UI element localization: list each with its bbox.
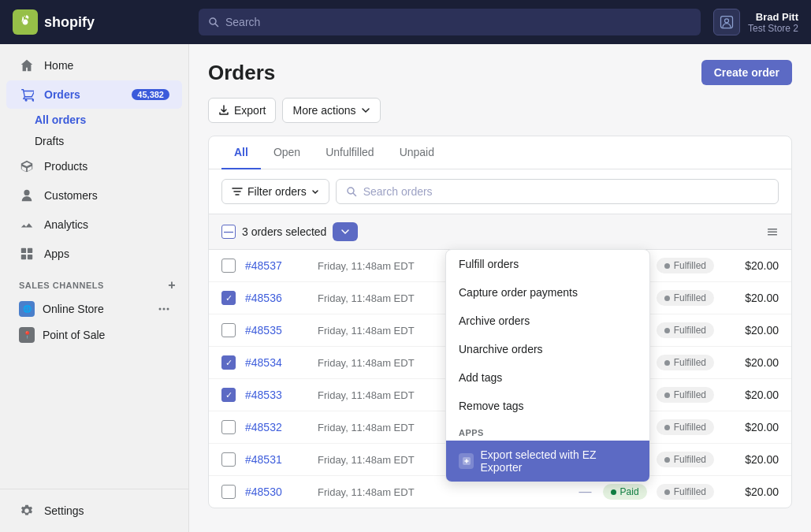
tab-open[interactable]: Open bbox=[261, 136, 313, 169]
sidebar-item-settings[interactable]: Settings bbox=[6, 497, 182, 525]
payment-badge: Paid bbox=[603, 484, 647, 500]
fulfillment-badge: Fulfilled bbox=[657, 419, 714, 435]
fulfillment-badge: Fulfilled bbox=[657, 322, 714, 338]
search-orders-icon bbox=[346, 186, 357, 197]
fulfillment-badge: Fulfilled bbox=[657, 484, 714, 500]
svg-rect-10 bbox=[768, 229, 777, 230]
filter-icon bbox=[232, 186, 243, 197]
filter-orders-button[interactable]: Filter orders bbox=[221, 179, 329, 204]
orders-toolbar: Filter orders bbox=[209, 169, 791, 214]
orders-icon bbox=[19, 87, 35, 102]
order-id[interactable]: #48534 bbox=[245, 356, 308, 369]
sidebar-item-orders[interactable]: Orders 45,382 bbox=[6, 80, 182, 109]
selection-dropdown-icon bbox=[340, 227, 350, 236]
selection-actions-button[interactable] bbox=[333, 222, 358, 241]
logo-text: shopify bbox=[44, 14, 95, 31]
search-orders[interactable] bbox=[336, 179, 779, 204]
dropdown-unarchive-orders[interactable]: Unarchive orders bbox=[446, 335, 649, 363]
sidebar-sub-drafts[interactable]: Drafts bbox=[35, 131, 188, 151]
order-checkbox[interactable] bbox=[221, 388, 236, 402]
fulfillment-badge: Fulfilled bbox=[657, 387, 714, 403]
online-store-action-icon[interactable] bbox=[158, 303, 169, 314]
order-id[interactable]: #48532 bbox=[245, 421, 308, 433]
more-actions-button[interactable]: More actions bbox=[282, 98, 380, 123]
fulfillment-badge: Fulfilled bbox=[657, 258, 714, 273]
order-amount: $20.00 bbox=[724, 324, 779, 337]
dropdown-fulfill-orders[interactable]: Fulfill orders bbox=[446, 250, 649, 278]
order-checkbox[interactable] bbox=[221, 420, 236, 434]
orders-badge: 45,382 bbox=[132, 89, 169, 100]
sidebar-item-apps[interactable]: Apps bbox=[6, 240, 182, 268]
sidebar-item-customers[interactable]: Customers bbox=[6, 181, 182, 210]
topbar: shopify Brad Pitt Test Store 2 bbox=[0, 0, 811, 44]
dropdown-add-tags[interactable]: Add tags bbox=[446, 363, 649, 392]
order-checkbox[interactable] bbox=[221, 355, 236, 370]
svg-rect-12 bbox=[768, 234, 777, 236]
home-icon bbox=[19, 58, 35, 73]
order-id[interactable]: #48536 bbox=[245, 292, 308, 304]
orders-tabs: All Open Unfulfilled Unpaid bbox=[209, 136, 791, 169]
dropdown-capture-payments[interactable]: Capture order payments bbox=[446, 278, 649, 307]
fulfilled-dot bbox=[664, 425, 670, 430]
analytics-icon bbox=[19, 217, 35, 233]
order-amount: $20.00 bbox=[724, 356, 779, 369]
avatar bbox=[713, 9, 740, 35]
orders-card: All Open Unfulfilled Unpaid Filter order… bbox=[208, 136, 792, 508]
sidebar-sub-all-orders[interactable]: All orders bbox=[35, 110, 188, 130]
page-title: Orders bbox=[208, 61, 275, 85]
export-icon bbox=[218, 105, 229, 116]
sidebar-item-analytics[interactable]: Analytics bbox=[6, 210, 182, 239]
dropdown-remove-tags[interactable]: Remove tags bbox=[446, 392, 649, 420]
select-all-checkbox[interactable] bbox=[221, 225, 236, 239]
settings-icon bbox=[19, 503, 35, 519]
order-amount: $20.00 bbox=[724, 389, 779, 401]
order-id[interactable]: #48535 bbox=[245, 324, 308, 337]
logo[interactable]: shopify bbox=[13, 9, 186, 35]
order-checkbox[interactable] bbox=[221, 452, 236, 467]
order-id[interactable]: #48537 bbox=[245, 259, 308, 272]
columns-icon[interactable] bbox=[766, 225, 779, 238]
create-order-button[interactable]: Create order bbox=[701, 60, 792, 85]
online-store-label: Online Store bbox=[43, 303, 104, 315]
order-checkbox[interactable] bbox=[221, 259, 236, 273]
tab-unpaid[interactable]: Unpaid bbox=[387, 136, 447, 169]
export-button[interactable]: Export bbox=[208, 98, 276, 123]
search-orders-input[interactable] bbox=[363, 185, 768, 198]
order-id[interactable]: #48531 bbox=[245, 453, 308, 466]
fulfilled-dot bbox=[664, 457, 670, 463]
user-name: Brad Pitt bbox=[748, 11, 798, 23]
user-menu[interactable]: Brad Pitt Test Store 2 bbox=[713, 9, 798, 35]
global-search[interactable] bbox=[199, 9, 701, 35]
order-checkbox[interactable] bbox=[221, 485, 236, 499]
sidebar-nav: Home Orders 45,382 All orders Drafts bbox=[0, 44, 188, 489]
pos-label: Point of Sale bbox=[43, 329, 105, 341]
search-icon bbox=[208, 17, 219, 28]
dropdown-ez-exporter[interactable]: Export selected with EZ Exporter bbox=[446, 441, 649, 482]
sidebar-item-point-of-sale[interactable]: 📍 Point of Sale bbox=[6, 322, 182, 348]
order-id[interactable]: #48530 bbox=[245, 485, 308, 498]
tab-all[interactable]: All bbox=[221, 136, 261, 169]
apps-icon bbox=[19, 246, 35, 262]
order-amount: $20.00 bbox=[724, 453, 779, 466]
sidebar-item-label-settings: Settings bbox=[44, 504, 84, 517]
order-checkbox[interactable] bbox=[221, 323, 236, 337]
order-id[interactable]: #48533 bbox=[245, 389, 308, 401]
dropdown-archive-orders[interactable]: Archive orders bbox=[446, 307, 649, 335]
fulfilled-dot bbox=[664, 360, 670, 366]
order-checkbox[interactable] bbox=[221, 291, 236, 305]
user-store: Test Store 2 bbox=[748, 23, 798, 34]
svg-point-9 bbox=[348, 188, 354, 194]
tab-unfulfilled[interactable]: Unfulfilled bbox=[313, 136, 386, 169]
add-channel-icon[interactable]: + bbox=[168, 278, 176, 292]
toolbar: Export More actions bbox=[208, 98, 792, 123]
content-area: Orders Create order Export More actions … bbox=[189, 44, 811, 532]
order-amount: $20.00 bbox=[724, 259, 779, 272]
sidebar-item-home[interactable]: Home bbox=[6, 51, 182, 80]
search-input[interactable] bbox=[225, 16, 691, 28]
sidebar-item-online-store[interactable]: 🌐 Online Store bbox=[6, 296, 182, 322]
sidebar-item-products[interactable]: Products bbox=[6, 152, 182, 180]
fulfillment-badge: Fulfilled bbox=[657, 290, 714, 306]
order-date: Friday, 11:48am EDT bbox=[318, 486, 568, 498]
customers-icon bbox=[19, 188, 35, 203]
order-amount: $20.00 bbox=[724, 421, 779, 433]
